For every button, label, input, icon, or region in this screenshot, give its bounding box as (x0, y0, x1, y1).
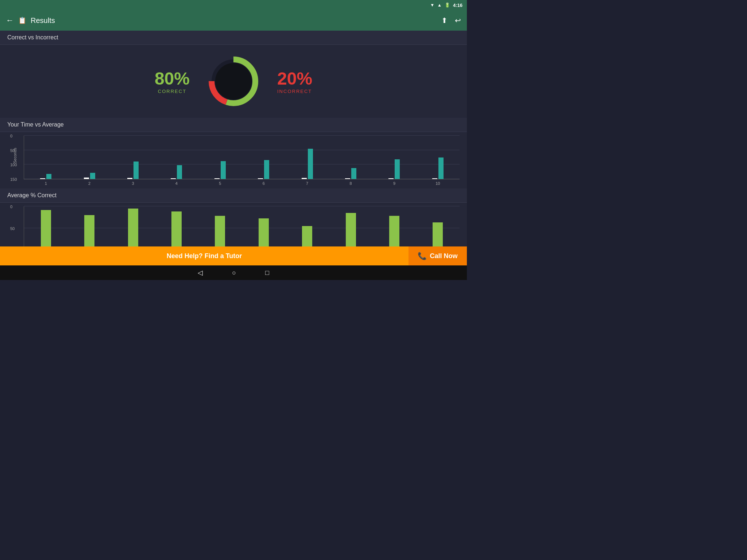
time-bar-group: 10 (416, 136, 460, 179)
correct-label: CORRECT (155, 89, 190, 94)
battery-icon: 🔋 (445, 3, 450, 8)
svg-point-3 (215, 63, 252, 100)
correct-chart: 05010012345678910 (7, 206, 460, 246)
correct-chart-area: 05010012345678910 (24, 206, 460, 246)
bottom-banner: Need Help? Find a Tutor 📞 Call Now (0, 246, 467, 265)
time-bar-group: 6 (242, 136, 285, 179)
status-bar: ▼ ▲ 🔋 4:16 (0, 0, 467, 10)
avg-time-bar (90, 173, 95, 179)
donut-section: 80% CORRECT 20% INCORRECT (0, 45, 467, 118)
avg-time-bar (133, 162, 139, 179)
user-time-bar (171, 178, 176, 179)
home-nav-button[interactable]: ○ (232, 269, 236, 277)
correct-bar-group: 5 (198, 206, 242, 246)
nav-bar: ◁ ○ □ (0, 265, 467, 280)
correct-bar (41, 210, 51, 246)
correct-percentage: 80% (155, 69, 190, 89)
phone-icon: 📞 (418, 252, 427, 260)
correct-incorrect-header: Correct vs Incorrect (0, 31, 467, 45)
correct-bar (302, 226, 312, 246)
donut-chart (204, 52, 263, 110)
bookmark-button[interactable]: ↩ (455, 16, 461, 25)
time-bar-group: 9 (372, 136, 416, 179)
correct-bar-group: 8 (329, 206, 372, 246)
correct-stat: 80% CORRECT (155, 69, 190, 94)
user-time-bar (302, 178, 307, 179)
correct-bar (215, 216, 225, 246)
avg-time-bar (351, 168, 356, 179)
call-now-button[interactable]: 📞 Call Now (409, 246, 467, 265)
correct-bar (84, 215, 94, 246)
user-time-bar (432, 178, 437, 179)
back-nav-button[interactable]: ◁ (198, 269, 203, 277)
time-bar-group: 2 (67, 136, 111, 179)
user-time-bar (388, 178, 394, 179)
correct-bar-group: 4 (155, 206, 198, 246)
recents-nav-button[interactable]: □ (265, 269, 269, 277)
time-bar-group: 1 (24, 136, 67, 179)
correct-bar-group: 10 (416, 206, 460, 246)
share-button[interactable]: ⬆ (441, 16, 448, 25)
user-time-bar (40, 178, 45, 179)
user-time-bar (258, 178, 263, 179)
time-bar-group: 5 (198, 136, 242, 179)
correct-bar (433, 222, 443, 246)
time-bar-group: 4 (155, 136, 198, 179)
app-bar-actions: ⬆ ↩ (441, 16, 461, 25)
correct-bar-group: 1 (24, 206, 67, 246)
avg-time-bar (438, 158, 444, 179)
avg-time-bar (395, 159, 400, 179)
time-average-header: Your Time vs Average (0, 118, 467, 132)
correct-bar (346, 213, 356, 246)
incorrect-percentage: 20% (277, 69, 312, 89)
status-time: 4:16 (453, 3, 462, 8)
back-button[interactable]: ← (6, 16, 14, 25)
correct-bar-group: 6 (242, 206, 285, 246)
content-area: Correct vs Incorrect 80% CORRECT 20% INC… (0, 31, 467, 246)
time-chart-area: 05010015012345678910 (24, 136, 460, 179)
signal-icon: ▲ (437, 3, 442, 8)
incorrect-label: INCORRECT (277, 89, 312, 94)
correct-chart-section: 05010012345678910 (0, 203, 467, 246)
correct-bar-group: 2 (67, 206, 111, 246)
user-time-bar (127, 178, 132, 179)
avg-time-bar (308, 149, 313, 179)
time-bar-group: 7 (285, 136, 329, 179)
incorrect-stat: 20% INCORRECT (277, 69, 312, 94)
time-bar-group: 8 (329, 136, 372, 179)
correct-bar (171, 211, 182, 246)
avg-correct-header: Average % Correct (0, 188, 467, 203)
user-time-bar (345, 178, 350, 179)
avg-time-bar (264, 160, 269, 179)
app-bar: ← 📋 Results ⬆ ↩ (0, 10, 467, 31)
correct-bar-group: 7 (285, 206, 329, 246)
avg-time-bar (46, 174, 51, 179)
time-bar-group: 3 (111, 136, 155, 179)
time-chart-section: Seconds 05010015012345678910 (0, 132, 467, 188)
correct-bar-group: 3 (111, 206, 155, 246)
correct-bar (259, 218, 269, 246)
wifi-icon: ▼ (430, 3, 434, 8)
page-title: Results (31, 16, 437, 25)
call-now-label: Call Now (430, 252, 457, 260)
avg-time-bar (177, 165, 182, 179)
avg-time-bar (221, 161, 226, 179)
banner-main[interactable]: Need Help? Find a Tutor (0, 246, 409, 265)
correct-bar (389, 216, 399, 246)
banner-main-text: Need Help? Find a Tutor (167, 252, 242, 260)
user-time-bar (214, 178, 220, 179)
time-chart: Seconds 05010015012345678910 (7, 136, 460, 187)
user-time-bar (84, 178, 89, 179)
results-icon: 📋 (18, 16, 26, 24)
correct-bar (128, 209, 138, 246)
correct-bar-group: 9 (372, 206, 416, 246)
